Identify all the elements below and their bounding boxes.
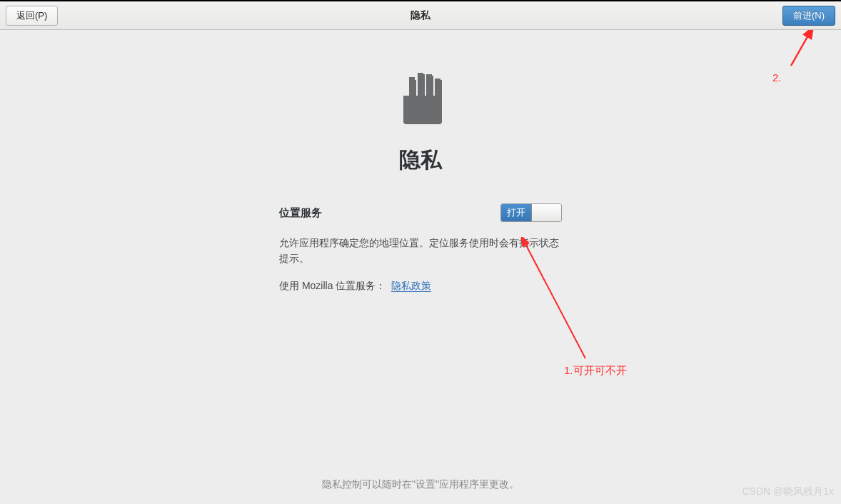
content-area: 隐私 位置服务 打开 允许应用程序确定您的地理位置。定位服务使用时会有指示状态提… <box>0 30 841 504</box>
location-label: 位置服务 <box>279 206 322 220</box>
svg-line-6 <box>791 34 809 66</box>
svg-rect-3 <box>426 74 432 99</box>
svg-rect-0 <box>403 96 442 124</box>
annotation-text-2: 2. <box>772 71 782 84</box>
footer-hint: 隐私控制可以随时在"设置"应用程序里更改。 <box>322 478 519 491</box>
back-button[interactable]: 返回(P) <box>6 6 58 26</box>
svg-rect-2 <box>418 73 423 99</box>
policy-line: 使用 Mozilla 位置服务： 隐私政策 <box>279 280 562 293</box>
location-toggle[interactable]: 打开 <box>500 203 562 222</box>
location-description: 允许应用程序确定您的地理位置。定位服务使用时会有指示状态提示。 <box>279 235 562 267</box>
svg-rect-4 <box>435 79 440 99</box>
toggle-handle <box>532 204 562 221</box>
location-setting-row: 位置服务 打开 <box>279 203 562 222</box>
privacy-policy-link[interactable]: 隐私政策 <box>391 280 431 292</box>
location-setting-block: 位置服务 打开 允许应用程序确定您的地理位置。定位服务使用时会有指示状态提示。 … <box>279 203 562 293</box>
annotation-arrow-2 <box>784 30 827 73</box>
header-title: 隐私 <box>411 9 430 22</box>
next-button[interactable]: 前进(N) <box>782 6 835 26</box>
header-bar: 返回(P) 隐私 前进(N) <box>0 1 841 30</box>
annotation-text-1: 1.可开可不开 <box>564 364 627 378</box>
watermark: CSDN @晓风残月1x <box>742 485 834 498</box>
page-heading: 隐私 <box>399 146 442 175</box>
svg-rect-1 <box>409 77 415 99</box>
policy-prefix: 使用 Mozilla 位置服务： <box>279 280 386 291</box>
privacy-hand-icon <box>388 64 453 130</box>
toggle-on-label: 打开 <box>501 204 532 221</box>
